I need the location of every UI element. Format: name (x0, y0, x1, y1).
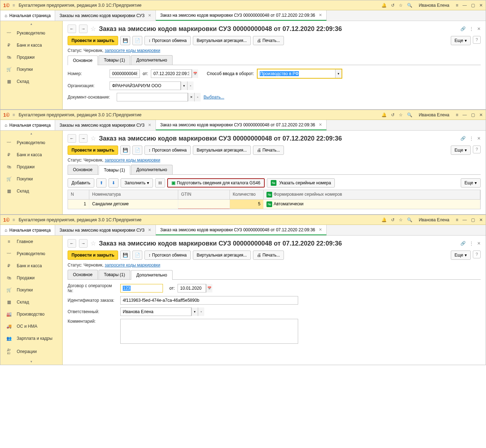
move-down-button[interactable]: ⬇ (109, 178, 118, 188)
close-doc-icon[interactable]: ✕ (477, 136, 481, 141)
tab-home[interactable]: ⌂Начальная страница (0, 225, 55, 235)
sidebar-purchases[interactable]: 🛒Покупки (0, 63, 62, 75)
calendar-icon[interactable]: 📅 (192, 69, 198, 78)
sidebar-sales[interactable]: 🛍Продажи (0, 161, 62, 173)
tab-orders[interactable]: Заказы на эмиссию кодов маркировки СУЗ✕ (55, 120, 156, 130)
sidebar-assets[interactable]: 🚚ОС и НМА (0, 320, 62, 332)
sidebar-bank[interactable]: ₽Банк и касса (0, 149, 62, 161)
move-up-button[interactable]: ⬆ (96, 178, 106, 188)
post-and-close-button[interactable]: Провести и закрыть (68, 36, 118, 45)
close-icon[interactable]: ✕ (479, 217, 483, 222)
menu-icon[interactable]: ⋮ (469, 26, 474, 31)
virtagg-button[interactable]: Виртуальная агрегация... (193, 251, 251, 260)
choose-link[interactable]: Выбрать... (204, 95, 224, 100)
orderid-input[interactable] (120, 296, 298, 305)
resp-input[interactable] (120, 307, 191, 316)
tab-main[interactable]: Основное (68, 56, 98, 65)
favorite-icon[interactable]: ☆ (90, 25, 96, 33)
tab-home[interactable]: ⌂Начальная страница (0, 120, 55, 130)
virtagg-button[interactable]: Виртуальная агрегация... (193, 36, 251, 45)
more-button[interactable]: Еще ▾ (451, 36, 471, 45)
open-icon[interactable]: ▫ (187, 81, 194, 90)
base-input[interactable] (117, 93, 188, 101)
sidebar-operations[interactable]: ДтКтОперации (0, 344, 62, 359)
menu-icon[interactable]: ⋮ (469, 136, 474, 141)
favorite-icon[interactable]: ☆ (90, 239, 96, 247)
hamburger-icon[interactable]: ≡ (12, 3, 15, 8)
nav-back[interactable]: ← (68, 134, 76, 143)
post-button[interactable]: 📄 (132, 251, 142, 260)
sidebar-expand[interactable]: ▼ (0, 359, 62, 365)
post-and-close-button[interactable]: Провести и закрыть (68, 251, 118, 260)
print-button[interactable]: 🖨 Печать... (253, 251, 284, 260)
settings-icon[interactable]: ≡ (456, 217, 458, 222)
minimize-icon[interactable]: — (463, 217, 467, 222)
calendar-icon[interactable]: 📅 (206, 284, 212, 292)
method-select[interactable]: Производство в РФ ▾ (257, 69, 342, 79)
more-button[interactable]: Еще ▾ (461, 178, 481, 188)
tab-order-doc[interactable]: Заказ на эмиссию кодов маркировки СУЗ 00… (156, 120, 327, 130)
nav-forward[interactable]: → (79, 239, 88, 248)
nav-forward[interactable]: → (79, 25, 88, 33)
cdate-input[interactable] (178, 284, 206, 292)
help-button[interactable]: ? (473, 251, 481, 258)
maximize-icon[interactable]: ▢ (471, 217, 475, 222)
dropdown-icon[interactable]: ▾ (335, 69, 342, 78)
tab-close-icon[interactable]: ✕ (148, 123, 151, 127)
open-icon[interactable]: ▫ (198, 307, 204, 316)
sidebar-rukovoditelyu[interactable]: 〰Руководителю (0, 137, 62, 149)
contract-input[interactable]: 123 (120, 284, 163, 292)
more-button[interactable]: Еще ▾ (451, 146, 471, 155)
protocol-button[interactable]: ↕ Протокол обмена (144, 251, 190, 260)
favorite-icon[interactable]: ☆ (90, 135, 96, 142)
post-button[interactable]: 📄 (132, 146, 142, 155)
tab-goods[interactable]: Товары (1) (99, 165, 130, 175)
org-input[interactable] (110, 81, 181, 90)
search-icon[interactable]: 🔍 (407, 217, 412, 222)
star-icon[interactable]: ☆ (399, 217, 403, 222)
sidebar-warehouse[interactable]: ▦Склад (0, 296, 62, 308)
minimize-icon[interactable]: — (463, 112, 467, 117)
sidebar-bank[interactable]: ₽Банк и касса (0, 39, 62, 51)
dropdown-icon[interactable]: ▾ (181, 81, 187, 90)
open-icon[interactable]: ▫ (194, 93, 201, 101)
post-button[interactable]: 📄 (132, 36, 142, 45)
link-icon[interactable]: 🔗 (460, 26, 466, 31)
tab-close-icon[interactable]: ✕ (148, 13, 151, 18)
tab-extra[interactable]: Дополнительно (131, 165, 172, 174)
tab-main[interactable]: Основное (68, 165, 98, 174)
date-input[interactable] (151, 69, 192, 78)
sidebar-rukovoditelyu[interactable]: 〰Руководителю (0, 248, 62, 260)
virtagg-button[interactable]: Виртуальная агрегация... (193, 146, 251, 155)
tab-orders[interactable]: Заказы на эмиссию кодов маркировки СУЗ✕ (55, 10, 156, 21)
sidebar-salary[interactable]: 👥Зарплата и кадры (0, 332, 62, 344)
save-button[interactable]: 💾 (120, 146, 130, 155)
comment-input[interactable] (120, 319, 298, 344)
tab-main[interactable]: Основное (68, 270, 98, 279)
post-and-close-button[interactable]: Провести и закрыть (68, 146, 118, 155)
cell-gtin[interactable] (178, 200, 230, 209)
status-link[interactable]: запросите коды маркировки (105, 48, 160, 53)
tab-close-icon[interactable]: ✕ (319, 13, 322, 17)
close-doc-icon[interactable]: ✕ (477, 26, 481, 31)
maximize-icon[interactable]: ▢ (471, 112, 475, 117)
hamburger-icon[interactable]: ≡ (12, 217, 15, 222)
save-button[interactable]: 💾 (120, 36, 130, 45)
username[interactable]: Иванова Елена (419, 3, 449, 8)
tab-order-doc[interactable]: Заказ на эмиссию кодов маркировки СУЗ 00… (156, 10, 327, 21)
help-button[interactable]: ? (473, 146, 481, 153)
history-icon[interactable]: ↺ (391, 112, 395, 117)
help-button[interactable]: ? (473, 36, 481, 44)
link-icon[interactable]: 🔗 (460, 136, 466, 141)
status-link[interactable]: запросите коды маркировки (105, 158, 160, 163)
gs46-button[interactable]: ▣ Подготовить сведения для каталога GS46 (167, 178, 265, 188)
tab-home[interactable]: ⌂Начальная страница (0, 10, 55, 21)
tab-goods[interactable]: Товары (1) (99, 55, 130, 65)
bell-icon[interactable]: 🔔 (381, 3, 387, 8)
tab-close-icon[interactable]: ✕ (319, 122, 322, 127)
tab-extra[interactable]: Дополнительно (131, 270, 172, 280)
tab-extra[interactable]: Дополнительно (131, 55, 172, 65)
tab-order-doc[interactable]: Заказ на эмиссию кодов маркировки СУЗ 00… (156, 225, 327, 235)
hamburger-icon[interactable]: ≡ (12, 112, 15, 117)
sidebar-main[interactable]: ≡Главное (0, 236, 62, 248)
